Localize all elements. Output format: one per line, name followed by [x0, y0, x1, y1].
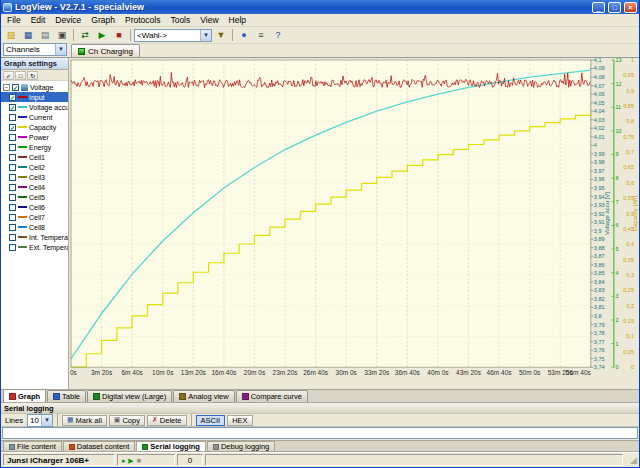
channel-tab-label: Ch Charging — [88, 47, 133, 56]
tree-item-input[interactable]: ✓Input — [1, 92, 68, 102]
settings-icon[interactable]: ≡ — [253, 28, 269, 42]
tree-item-int-temperatur[interactable]: Int. Temperatur — [1, 232, 68, 242]
tab-debug-logging[interactable]: Debug logging — [207, 441, 275, 452]
series-checkbox[interactable] — [9, 174, 16, 181]
menu-graph[interactable]: Graph — [86, 15, 120, 25]
series-checkbox[interactable] — [9, 154, 16, 161]
menu-bar: FileEditDeviceGraphProtocolsToolsViewHel… — [1, 14, 639, 27]
tree-item-cell3[interactable]: Cell3 — [1, 172, 68, 182]
tree-item-ext-temperatur[interactable]: Ext. Temperatur — [1, 242, 68, 252]
hex-toggle[interactable]: HEX — [227, 415, 252, 426]
svg-text:3,98: 3,98 — [594, 159, 605, 165]
chevron-down-icon[interactable]: ▼ — [55, 44, 66, 55]
main-area: Graph settings ✓□↻ −✓Voltage✓Input✓Volta… — [1, 58, 639, 389]
channel-tab-charging[interactable]: Ch Charging — [71, 44, 140, 57]
open-folder-icon[interactable]: ▨ — [3, 28, 19, 42]
zoom-icon[interactable]: ● — [236, 28, 252, 42]
tab-file-content[interactable]: File content — [3, 441, 62, 452]
check-all-icon[interactable]: ✓ — [3, 71, 14, 80]
menu-file[interactable]: File — [2, 15, 26, 25]
tree-item-label: Int. Temperatur — [29, 234, 68, 241]
svg-text:4,01: 4,01 — [594, 134, 605, 140]
chart[interactable]: 0s3m 20s6m 40s10m 0s13m 20s16m 40s20m 0s… — [69, 58, 639, 389]
ascii-toggle[interactable]: ASCII — [196, 415, 226, 426]
series-checkbox[interactable] — [9, 184, 16, 191]
menu-view[interactable]: View — [195, 15, 223, 25]
series-checkbox[interactable] — [9, 214, 16, 221]
series-checkbox[interactable]: ✓ — [9, 104, 16, 111]
minimize-button[interactable]: _ — [592, 2, 605, 13]
series-checkbox[interactable] — [9, 114, 16, 121]
device-combo[interactable]: <Wahl->▼ — [134, 29, 212, 42]
chevron-down-icon[interactable]: ▼ — [200, 30, 211, 41]
titlebar[interactable]: LogView - V2.7.1 - specialview _ □ ✕ — [1, 0, 639, 14]
tab-label: Compare curve — [251, 392, 302, 401]
tree-item-cell6[interactable]: Cell6 — [1, 202, 68, 212]
group-checkbox[interactable]: ✓ — [12, 84, 19, 91]
chart-svg[interactable]: 0s3m 20s6m 40s10m 0s13m 20s16m 40s20m 0s… — [69, 58, 639, 389]
svg-text:3,8: 3,8 — [594, 313, 602, 319]
refresh-icon[interactable]: ↻ — [27, 71, 38, 80]
tree-item-cell5[interactable]: Cell5 — [1, 192, 68, 202]
tree-item-energy[interactable]: Energy — [1, 142, 68, 152]
collapse-icon[interactable]: − — [3, 84, 10, 91]
tab-graph[interactable]: Graph — [3, 389, 46, 402]
series-checkbox[interactable] — [9, 164, 16, 171]
menu-tools[interactable]: Tools — [165, 15, 195, 25]
tab-compare-curve[interactable]: Compare curve — [236, 390, 308, 402]
menu-edit[interactable]: Edit — [26, 15, 51, 25]
marker-icon[interactable]: ▼ — [213, 28, 229, 42]
series-checkbox[interactable] — [9, 244, 16, 251]
chevron-down-icon[interactable]: ▼ — [41, 415, 52, 426]
tab-serial-logging[interactable]: Serial logging — [136, 441, 206, 452]
series-checkbox[interactable] — [9, 144, 16, 151]
svg-text:13: 13 — [615, 58, 621, 63]
close-button[interactable]: ✕ — [624, 2, 637, 13]
series-checkbox[interactable] — [9, 234, 16, 241]
stop-recording-icon[interactable]: ■ — [111, 28, 127, 42]
svg-text:3,77: 3,77 — [594, 339, 605, 345]
copy-button[interactable]: ▣Copy — [109, 415, 145, 426]
maximize-button[interactable]: □ — [608, 2, 621, 13]
debug-logging-icon — [213, 444, 219, 450]
tree-item-capacity[interactable]: ✓Capacity — [1, 122, 68, 132]
tab-analog-view[interactable]: Analog view — [173, 390, 234, 402]
tab-digital-view-large[interactable]: Digital view (Large) — [87, 390, 172, 402]
tree-item-cell4[interactable]: Cell4 — [1, 182, 68, 192]
tree-item-current[interactable]: Current — [1, 112, 68, 122]
print-icon[interactable]: ▣ — [54, 28, 70, 42]
tree-group-voltage[interactable]: −✓Voltage — [1, 82, 68, 92]
tree-item-cell2[interactable]: Cell2 — [1, 162, 68, 172]
serial-logging-title: Serial logging — [1, 403, 639, 414]
series-checkbox[interactable] — [9, 204, 16, 211]
svg-text:3,99: 3,99 — [594, 151, 605, 157]
tree-item-cell1[interactable]: Cell1 — [1, 152, 68, 162]
start-recording-icon[interactable]: ▶ — [94, 28, 110, 42]
series-checkbox[interactable]: ✓ — [9, 94, 16, 101]
status-icons: ●▶■ — [117, 454, 175, 466]
resize-grip[interactable]: ◢ — [625, 454, 637, 466]
menu-help[interactable]: Help — [224, 15, 251, 25]
tab-dataset-content[interactable]: Dataset content — [63, 441, 136, 452]
menu-protocols[interactable]: Protocols — [120, 15, 165, 25]
tree-item-cell8[interactable]: Cell8 — [1, 222, 68, 232]
help-icon[interactable]: ? — [270, 28, 286, 42]
delete-button[interactable]: ✗Delete — [147, 415, 187, 426]
series-checkbox[interactable] — [9, 194, 16, 201]
save-icon[interactable]: ▦ — [20, 28, 36, 42]
uncheck-all-icon[interactable]: □ — [15, 71, 26, 80]
tree-item-power[interactable]: Power — [1, 132, 68, 142]
series-checkbox[interactable]: ✓ — [9, 124, 16, 131]
export-icon[interactable]: ▤ — [37, 28, 53, 42]
lines-combo[interactable]: 10 ▼ — [27, 414, 53, 427]
series-checkbox[interactable] — [9, 134, 16, 141]
serial-log-output[interactable] — [2, 427, 638, 439]
series-checkbox[interactable] — [9, 224, 16, 231]
tab-table[interactable]: Table — [47, 390, 86, 402]
tree-item-cell7[interactable]: Cell7 — [1, 212, 68, 222]
tree-item-voltage-accu[interactable]: ✓Voltage accu — [1, 102, 68, 112]
channels-combo[interactable]: Channels ▼ — [3, 43, 67, 56]
connect-device-icon[interactable]: ⇄ — [77, 28, 93, 42]
menu-device[interactable]: Device — [50, 15, 86, 25]
mark-all-button[interactable]: ▦Mark all — [62, 415, 107, 426]
